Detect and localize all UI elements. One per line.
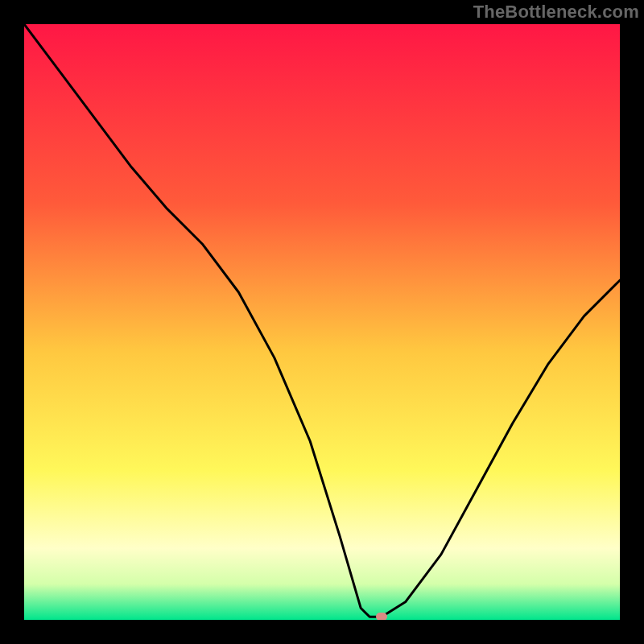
- chart-frame: TheBottleneck.com: [0, 0, 644, 644]
- optimum-marker: [376, 613, 387, 620]
- bottleneck-curve-path: [24, 24, 620, 617]
- curve-layer: [24, 24, 620, 620]
- watermark-text: TheBottleneck.com: [473, 2, 639, 23]
- plot-area: [24, 24, 620, 620]
